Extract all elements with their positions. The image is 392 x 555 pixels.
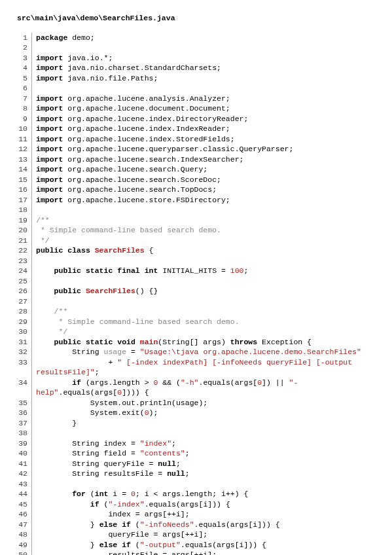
line-number: 26 (17, 286, 27, 296)
line-number: 38 (17, 428, 27, 439)
line-number: 30 (17, 327, 27, 337)
line-number: 46 (17, 509, 27, 520)
code-line: if (args.length > 0 && ("-h".equals(args… (36, 378, 375, 398)
line-number: 39 (17, 439, 27, 449)
line-number: 18 (17, 205, 27, 215)
line-number-gutter: 1234567891011121314151617181920212223242… (17, 33, 31, 555)
line-number: 11 (17, 134, 27, 145)
line-number: 37 (17, 418, 27, 429)
code-line: package demo; (36, 33, 375, 43)
code-line: String index = "index"; (36, 439, 375, 449)
line-number: 12 (17, 144, 27, 154)
code-line: import org.apache.lucene.index.Directory… (36, 114, 375, 124)
line-number: 31 (17, 337, 27, 348)
code-line: String queryFile = null; (36, 459, 375, 469)
line-number: 50 (17, 550, 27, 555)
line-number: 28 (17, 306, 27, 317)
code-line (36, 83, 375, 94)
code-line: import org.apache.lucene.search.Query; (36, 164, 375, 175)
code-content: package demo; import java.io.*;import ja… (31, 33, 375, 555)
code-line: public class SearchFiles { (36, 245, 375, 256)
line-number: 42 (17, 469, 27, 479)
code-line: * Simple command-line based search demo. (36, 317, 375, 327)
code-line: import java.nio.file.Paths; (36, 73, 375, 84)
code-line: import org.apache.lucene.search.TopDocs; (36, 185, 375, 195)
code-line: import org.apache.lucene.index.StoredFie… (36, 134, 375, 145)
line-number: 33 (17, 357, 27, 378)
line-number: 13 (17, 154, 27, 165)
code-line: public static final int INITIAL_HITS = 1… (36, 266, 375, 276)
code-line: System.exit(0); (36, 408, 375, 418)
code-line: import org.apache.lucene.store.FSDirecto… (36, 195, 375, 206)
code-line: */ (36, 236, 375, 246)
code-line: String usage = "Usage:\tjava org.apache.… (36, 347, 375, 357)
line-number: 47 (17, 520, 27, 530)
code-line: queryFile = args[++i]; (36, 529, 375, 540)
line-number: 5 (17, 73, 27, 84)
code-line: import org.apache.lucene.queryparser.cla… (36, 144, 375, 154)
line-number: 15 (17, 175, 27, 185)
line-number: 2 (17, 43, 27, 53)
code-line: } else if ("-infoNeeds".equals(args[i]))… (36, 520, 375, 530)
code-block: 1234567891011121314151617181920212223242… (17, 33, 375, 555)
code-line: System.out.println(usage); (36, 398, 375, 408)
code-line: if ("-index".equals(args[i])) { (36, 499, 375, 510)
code-line (36, 256, 375, 266)
code-line (36, 276, 375, 287)
line-number: 21 (17, 236, 27, 246)
line-number: 35 (17, 398, 27, 408)
code-line: } (36, 418, 375, 429)
line-number: 36 (17, 408, 27, 418)
line-number: 40 (17, 448, 27, 459)
line-number: 43 (17, 479, 27, 490)
code-line: import org.apache.lucene.search.IndexSea… (36, 154, 375, 165)
code-line: /** (36, 215, 375, 226)
code-line: } else if ("-output".equals(args[i])) { (36, 540, 375, 550)
code-line: import java.nio.charset.StandardCharsets… (36, 63, 375, 73)
code-line: public static void main(String[] args) t… (36, 337, 375, 348)
line-number: 3 (17, 53, 27, 63)
line-number: 14 (17, 164, 27, 175)
line-number: 25 (17, 276, 27, 287)
line-number: 34 (17, 378, 27, 398)
line-number: 9 (17, 114, 27, 124)
line-number: 23 (17, 256, 27, 266)
code-line: for (int i = 0; i < args.length; i++) { (36, 489, 375, 499)
line-number: 32 (17, 347, 27, 357)
code-line (36, 205, 375, 215)
line-number: 4 (17, 63, 27, 73)
code-line: + " [-index indexPath] [-infoNeeds query… (36, 357, 375, 378)
line-number: 49 (17, 540, 27, 550)
code-line (36, 296, 375, 307)
code-line: */ (36, 327, 375, 337)
code-line: import org.apache.lucene.index.IndexRead… (36, 124, 375, 134)
code-line: /** (36, 306, 375, 317)
code-line: String field = "contents"; (36, 448, 375, 459)
line-number: 17 (17, 195, 27, 206)
code-line: * Simple command-line based search demo. (36, 225, 375, 236)
code-line: String resultsFile = null; (36, 469, 375, 479)
code-line (36, 43, 375, 53)
file-path: src\main\java\demo\SearchFiles.java (17, 13, 375, 24)
line-number: 22 (17, 245, 27, 256)
line-number: 48 (17, 529, 27, 540)
line-number: 7 (17, 94, 27, 104)
code-line: import org.apache.lucene.analysis.Analyz… (36, 94, 375, 104)
line-number: 27 (17, 296, 27, 307)
line-number: 29 (17, 317, 27, 327)
line-number: 10 (17, 124, 27, 134)
code-line (36, 428, 375, 439)
line-number: 1 (17, 33, 27, 43)
line-number: 6 (17, 83, 27, 94)
code-line (36, 479, 375, 490)
line-number: 24 (17, 266, 27, 276)
line-number: 44 (17, 489, 27, 499)
line-number: 8 (17, 103, 27, 114)
code-line: index = args[++i]; (36, 509, 375, 520)
code-line: import java.io.*; (36, 53, 375, 63)
code-line: public SearchFiles() {} (36, 286, 375, 296)
code-line: import org.apache.lucene.document.Docume… (36, 103, 375, 114)
line-number: 16 (17, 185, 27, 195)
line-number: 20 (17, 225, 27, 236)
code-line: import org.apache.lucene.search.ScoreDoc… (36, 175, 375, 185)
